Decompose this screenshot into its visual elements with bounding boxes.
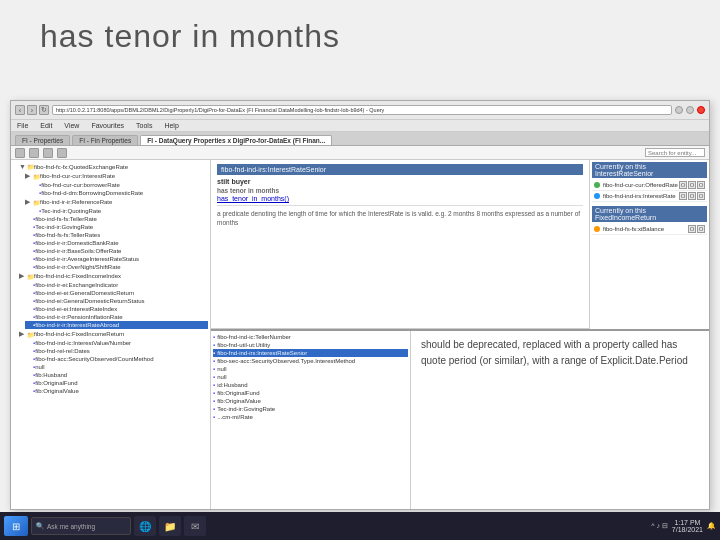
- tree-item[interactable]: ▪ fib:OriginalFund: [25, 379, 208, 387]
- tree-item[interactable]: ▪ fibo-fnd-ind-ic:InterestValue/Number: [25, 339, 208, 347]
- tree-item-selected[interactable]: ▪ fibo-ind-ir-ir:InterestRateAbroad: [25, 321, 208, 329]
- prop-header: fibo-fnd-ind-irs:InterestRateSenior: [217, 164, 583, 175]
- side-icon-btn-2a[interactable]: O: [679, 192, 687, 200]
- tree-item[interactable]: ▶ 📁 fibo-fnd-ind-ic:FixedIncomeReturn: [19, 329, 208, 339]
- side-icon-btn-2b[interactable]: O: [688, 192, 696, 200]
- bottom-tree-item[interactable]: ▪ fibo-sec-acc:SecurityObserved.Type.Int…: [213, 357, 408, 365]
- prop-name-text: stilt buyer: [217, 178, 250, 185]
- browser-max-btn[interactable]: [686, 106, 694, 114]
- browser-min-btn[interactable]: [675, 106, 683, 114]
- menu-file[interactable]: File: [15, 121, 30, 130]
- toolbar-icon-3[interactable]: [43, 148, 53, 158]
- tree-item[interactable]: ▪ Tec-ind-ir:GovingRate: [25, 223, 208, 231]
- tab-1[interactable]: FI - Fin Properties: [72, 135, 138, 145]
- prop-header-text: fibo-fnd-ind-irs:InterestRateSenior: [221, 166, 326, 173]
- toolbar-icon-2[interactable]: [29, 148, 39, 158]
- prop-separator: [217, 205, 583, 206]
- side-icon-btn-3b[interactable]: O: [697, 225, 705, 233]
- browser-window: ‹ › ↻ http://10.0.2.171:8080/apps/DBML2/…: [10, 100, 710, 510]
- tree-item[interactable]: ▶ 📁 fibo-fnd-ind-ic:FixedIncomeIndex: [19, 271, 208, 281]
- menu-help[interactable]: Help: [162, 121, 180, 130]
- taskbar-app-1[interactable]: 🌐: [134, 516, 156, 536]
- tab-0[interactable]: FI - Properties: [15, 135, 70, 145]
- tree-item[interactable]: ▪ fibo-ind-ei-ei:GeneralDomesticReturn: [25, 289, 208, 297]
- side-icon-btn-3a[interactable]: O: [688, 225, 696, 233]
- tab-2[interactable]: FI - DataQuery Properties x DigiPro-for-…: [140, 135, 332, 145]
- tree-item[interactable]: ▼ 📁 fibo-fnd-fc-fx:QuotedExchangeRate: [19, 162, 208, 171]
- tree-item[interactable]: ▪ fib:OriginalValue: [25, 387, 208, 395]
- back-button[interactable]: ‹: [15, 105, 25, 115]
- menu-view[interactable]: View: [62, 121, 81, 130]
- toolbar-icon-1[interactable]: [15, 148, 25, 158]
- taskbar: ⊞ 🔍 Ask me anything 🌐 📁 ✉ ^ ♪ ⊟ 1:17 PM …: [0, 512, 720, 540]
- side-dot-1: [594, 182, 600, 188]
- side-panel-header-2: Currently on this FixedIncomeReturn: [592, 206, 707, 222]
- side-item-label-3: fibo-fnd-fs-fs:xiBalance: [603, 226, 688, 232]
- tree-item[interactable]: ▪ fibo-ind-ei:GeneralDomesticReturnStatu…: [25, 297, 208, 305]
- tree-item[interactable]: ▪ fibo-ind-ei-ei:InterestRateIndex: [25, 305, 208, 313]
- tree-item[interactable]: ▶ 📁 fibo-fnd-cur-cur:InterestRate: [25, 171, 208, 181]
- bottom-tree-item[interactable]: ▪ ...cm-mi/Rate: [213, 413, 408, 421]
- prop-value-text: has_tenor_in_months(): [217, 195, 289, 202]
- tree-item[interactable]: ▪ fibo-fnd-fs-fs:TellerRates: [25, 231, 208, 239]
- refresh-button[interactable]: ↻: [39, 105, 49, 115]
- side-item-label-2: fibo-fnd-ind-irs:InterestRate: [603, 193, 679, 199]
- menu-edit[interactable]: Edit: [38, 121, 54, 130]
- tree-item[interactable]: ▪ fibo-ind-ir-ir:AverageInterestRateStat…: [25, 255, 208, 263]
- side-item-3: fibo-fnd-fs-fs:xiBalance O O: [592, 224, 707, 235]
- bottom-tree-item[interactable]: ▪ Tec-ind-ir:GovingRate: [213, 405, 408, 413]
- taskbar-search[interactable]: 🔍 Ask me anything: [31, 517, 131, 535]
- taskbar-app-3[interactable]: ✉: [184, 516, 206, 536]
- tree-item[interactable]: ▪ fibo-ind-ir-ir:BaseSoils:OfferRate: [25, 247, 208, 255]
- prop-name: stilt buyer: [217, 178, 583, 185]
- side-icon-btn-1c[interactable]: O: [697, 181, 705, 189]
- tree-item[interactable]: ▪ fibo-fnd-d-dm:BorrowingDomesticRate: [31, 189, 208, 197]
- toolbar-icon-4[interactable]: [57, 148, 67, 158]
- tree-item[interactable]: ▪ null: [25, 363, 208, 371]
- taskbar-icons: ^ ♪ ⊟: [651, 522, 668, 530]
- browser-close-btn[interactable]: [697, 106, 705, 114]
- prop-value-link[interactable]: has_tenor_in_months(): [217, 195, 583, 202]
- tab-bar: FI - Properties FI - Fin Properties FI -…: [11, 132, 709, 146]
- forward-button[interactable]: ›: [27, 105, 37, 115]
- search-input[interactable]: [645, 148, 705, 157]
- bottom-tree-item[interactable]: ▪ null: [213, 365, 408, 373]
- side-icon-btn-1b[interactable]: O: [688, 181, 696, 189]
- start-button[interactable]: ⊞: [4, 516, 28, 536]
- bottom-tree-item[interactable]: ▪ fibo-fnd-util-ut:Utility: [213, 341, 408, 349]
- property-detail: fibo-fnd-ind-irs:InterestRateSenior stil…: [211, 160, 589, 329]
- tree-item[interactable]: ▪ fibo-ind-ir-ir:PensionInflationRate: [25, 313, 208, 321]
- bottom-tree-item[interactable]: ▪ fib:OriginalFund: [213, 389, 408, 397]
- tree-item[interactable]: ▪ fibo-fnd-cur-cur:borrowerRate: [31, 181, 208, 189]
- tree-item[interactable]: ▪ fibo-fnd-rel-rel:Dates: [25, 347, 208, 355]
- bottom-tree-item[interactable]: ▪ fib:OriginalValue: [213, 397, 408, 405]
- taskbar-app-2[interactable]: 📁: [159, 516, 181, 536]
- tree-item[interactable]: ▪ fibo-fnd-acc:SecurityObserved/CountMet…: [25, 355, 208, 363]
- menu-tools[interactable]: Tools: [134, 121, 154, 130]
- side-icon-btn-1a[interactable]: O: [679, 181, 687, 189]
- url-bar[interactable]: http://10.0.2.171:8080/apps/DBML2/DBML2/…: [52, 105, 672, 115]
- bottom-tree-item-selected[interactable]: ▪ fibo-fnd-ind-irs:InterestRateSenior: [213, 349, 408, 357]
- bottom-tree-item[interactable]: ▪ fibo-fnd-ind-ic:TellerNumber: [213, 333, 408, 341]
- date-display: 7/18/2021: [672, 526, 703, 533]
- side-dot-2: [594, 193, 600, 199]
- right-panel: fibo-fnd-ind-irs:InterestRateSenior stil…: [211, 160, 709, 509]
- tree-item[interactable]: ▶ 📁 fibo-ind-ir-ir:ReferenceRate: [25, 197, 208, 207]
- bottom-right-annotation: should be deprecated, replaced with a pr…: [411, 331, 709, 509]
- has-tenor-label: has tenor in months: [217, 187, 279, 194]
- side-item-icons-1: O O O: [679, 181, 705, 189]
- tree-item[interactable]: ▪ fibo-ind-ir-ir:DomesticBankRate: [25, 239, 208, 247]
- bottom-tree-item[interactable]: ▪ null: [213, 373, 408, 381]
- tree-item[interactable]: ▪ Tec-ind-ir:QuotingRate: [31, 207, 208, 215]
- tree-item[interactable]: ▪ fib:Husband: [25, 371, 208, 379]
- taskbar-time: 1:17 PM 7/18/2021: [672, 519, 703, 533]
- annotation-text: should be deprecated, replaced with a pr…: [421, 337, 699, 369]
- tree-item[interactable]: ▪ fibo-ind-ir-ei:ExchangeIndicator: [25, 281, 208, 289]
- side-icon-btn-2c[interactable]: O: [697, 192, 705, 200]
- notification-icon[interactable]: 🔔: [707, 522, 716, 530]
- bottom-tree-item[interactable]: ▪ id:Husband: [213, 381, 408, 389]
- tree-item[interactable]: ▪ fibo-ind-ir-ir:OverNight/ShiftRate: [25, 263, 208, 271]
- main-content: ▼ 📁 fibo-fnd-fc-fx:QuotedExchangeRate ▶ …: [11, 160, 709, 509]
- menu-favourites[interactable]: Favourites: [89, 121, 126, 130]
- tree-item[interactable]: ▪ fibo-ind-fs-fs:TellerRate: [25, 215, 208, 223]
